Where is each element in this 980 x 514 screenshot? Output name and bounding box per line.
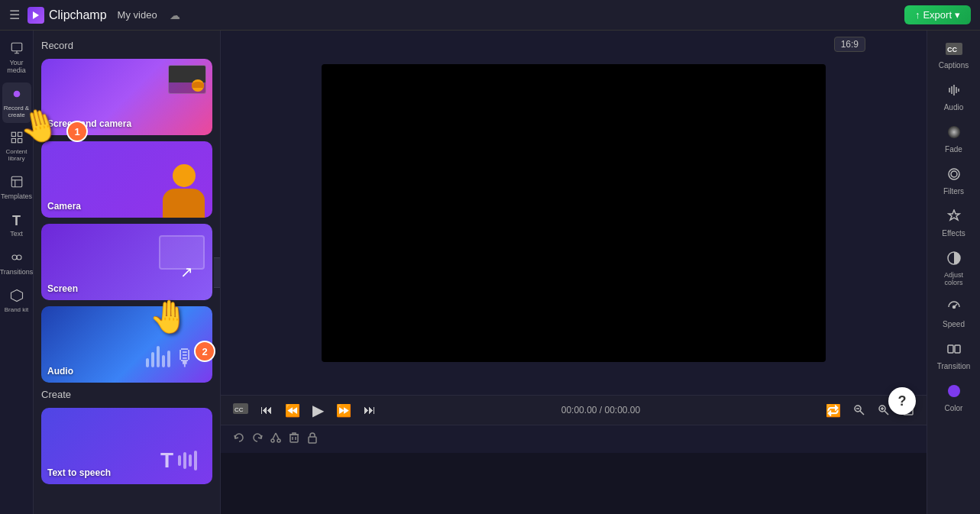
captions-icon: CC xyxy=(946,43,962,59)
svg-line-19 xyxy=(885,411,888,415)
export-label: Export xyxy=(923,9,952,21)
sidebar-label-record-create: Record &create xyxy=(4,105,29,119)
rewind-to-start-button[interactable]: ⏮ xyxy=(260,403,273,417)
right-tool-color[interactable]: Color xyxy=(931,378,977,419)
export-button[interactable]: ↑ Export ▾ xyxy=(904,5,971,24)
audio-waves xyxy=(146,346,170,367)
sidebar-item-content-library[interactable]: Contentlibrary xyxy=(2,126,31,167)
audio-img: Audio xyxy=(41,306,212,383)
svg-rect-4 xyxy=(18,133,21,137)
app-name: Clipchamp xyxy=(49,8,107,22)
cut-button[interactable] xyxy=(270,432,282,447)
text-icon: T xyxy=(12,213,21,229)
audio-right-icon xyxy=(947,83,961,101)
right-tool-speed[interactable]: Speed xyxy=(931,294,977,335)
hamburger-icon[interactable]: ☰ xyxy=(9,8,20,22)
right-tool-captions[interactable]: CC Captions xyxy=(931,37,977,76)
export-upload-icon: ↑ xyxy=(915,9,920,21)
adjust-colors-label: Adjustcolors xyxy=(944,271,963,286)
undo-button[interactable] xyxy=(233,432,245,447)
card-text-to-speech[interactable]: T Text to speech xyxy=(41,408,212,484)
delete-button[interactable] xyxy=(288,432,300,447)
collapse-panel-button[interactable]: ‹ xyxy=(214,257,221,288)
redo-button[interactable] xyxy=(251,432,264,447)
create-section-title: Create xyxy=(41,389,212,400)
sidebar-label-text: Text xyxy=(10,231,23,238)
rewind-button[interactable]: ⏪ xyxy=(285,403,300,418)
project-title[interactable]: My video xyxy=(118,9,157,21)
svg-point-43 xyxy=(948,385,960,397)
video-area: 16:9 CC ⏮ ⏪ ▶ ⏩ ⏭ 00:00.00 / 00:00.00 xyxy=(221,31,927,514)
tts-icon: T xyxy=(160,448,197,473)
svg-rect-1 xyxy=(11,43,22,51)
time-display: 00:00.00 / 00:00.00 xyxy=(388,405,813,415)
main-area: Your media Record &create Contentlibrary… xyxy=(0,31,980,514)
video-area-wrapper: 16:9 CC ⏮ ⏪ ▶ ⏩ ⏭ 00:00.00 / 00:00.00 xyxy=(221,31,980,514)
svg-point-35 xyxy=(948,126,960,138)
transition-icon xyxy=(947,342,961,360)
transition-label: Transition xyxy=(937,362,971,370)
app-logo: Clipchamp xyxy=(27,7,107,24)
right-tool-transition[interactable]: Transition xyxy=(931,336,977,377)
card-screen-and-camera[interactable]: Screen and camera xyxy=(41,59,212,135)
aspect-ratio-badge[interactable]: 16:9 xyxy=(834,37,865,52)
effects-icon xyxy=(947,209,961,227)
captions-toggle-button[interactable]: CC xyxy=(233,403,248,417)
color-label: Color xyxy=(945,404,963,412)
video-canvas xyxy=(322,64,826,362)
svg-point-2 xyxy=(14,91,20,97)
zoom-out-button[interactable] xyxy=(853,404,865,416)
svg-line-28 xyxy=(276,433,279,439)
audio-right-label: Audio xyxy=(944,103,964,112)
lock-button[interactable] xyxy=(306,432,319,447)
right-tool-effects[interactable]: Effects xyxy=(931,203,977,244)
tts-wave-bars xyxy=(178,451,197,470)
svg-point-10 xyxy=(12,255,17,260)
record-create-icon xyxy=(10,87,24,104)
transitions-icon xyxy=(10,251,24,267)
topbar: ☰ Clipchamp My video ☁ ↑ Export ▾ xyxy=(0,0,980,31)
sidebar-item-brand-kit[interactable]: Brand kit xyxy=(2,284,31,318)
sidebar-item-transitions[interactable]: Transitions xyxy=(2,246,31,281)
right-sidebar: CC Captions Audio Fade Filters xyxy=(927,31,980,514)
svg-marker-12 xyxy=(11,289,22,301)
timeline[interactable] xyxy=(221,453,927,514)
left-sidebar: Your media Record &create Contentlibrary… xyxy=(0,31,34,514)
right-tool-adjust-colors[interactable]: Adjustcolors xyxy=(931,245,977,293)
filters-icon xyxy=(947,167,961,185)
skip-to-end-button[interactable]: ⏭ xyxy=(364,403,376,417)
effects-label: Effects xyxy=(942,229,965,238)
svg-point-25 xyxy=(271,439,274,442)
svg-text:CC: CC xyxy=(947,46,957,53)
sidebar-label-your-media: Your media xyxy=(4,60,30,75)
right-tool-filters[interactable]: Filters xyxy=(931,161,977,202)
sidebar-item-templates[interactable]: Templates xyxy=(2,170,31,205)
svg-rect-5 xyxy=(11,139,15,143)
brand-kit-icon xyxy=(10,289,24,305)
tts-t-icon: T xyxy=(160,448,173,473)
sidebar-item-record-create[interactable]: Record &create xyxy=(2,82,31,124)
save-cloud-icon: ☁ xyxy=(170,9,180,21)
loop-button[interactable]: 🔁 xyxy=(826,403,841,418)
color-icon xyxy=(947,384,961,402)
card-screen[interactable]: ↗ Screen xyxy=(41,224,212,300)
svg-point-11 xyxy=(17,255,21,260)
svg-marker-0 xyxy=(33,11,39,19)
zoom-in-button[interactable] xyxy=(878,404,890,416)
audio-label: Audio xyxy=(47,366,73,377)
sidebar-label-transitions: Transitions xyxy=(0,269,33,276)
right-tool-fade[interactable]: Fade xyxy=(931,119,977,160)
export-chevron-icon: ▾ xyxy=(955,9,960,21)
screen-cursor-icon: ↗ xyxy=(180,263,193,281)
sidebar-item-your-media[interactable]: Your media xyxy=(2,37,31,79)
right-tool-audio[interactable]: Audio xyxy=(931,77,977,118)
help-button[interactable]: ? xyxy=(888,387,916,415)
tts-img: Text to speech xyxy=(41,408,212,484)
play-button[interactable]: ▶ xyxy=(312,401,324,419)
card-camera[interactable]: Camera xyxy=(41,141,212,218)
fast-forward-button[interactable]: ⏩ xyxy=(336,403,351,418)
sidebar-item-text[interactable]: T Text xyxy=(2,209,31,243)
svg-rect-41 xyxy=(948,345,953,353)
svg-rect-29 xyxy=(290,435,298,442)
card-audio[interactable]: 🎙 Audio xyxy=(41,306,212,383)
